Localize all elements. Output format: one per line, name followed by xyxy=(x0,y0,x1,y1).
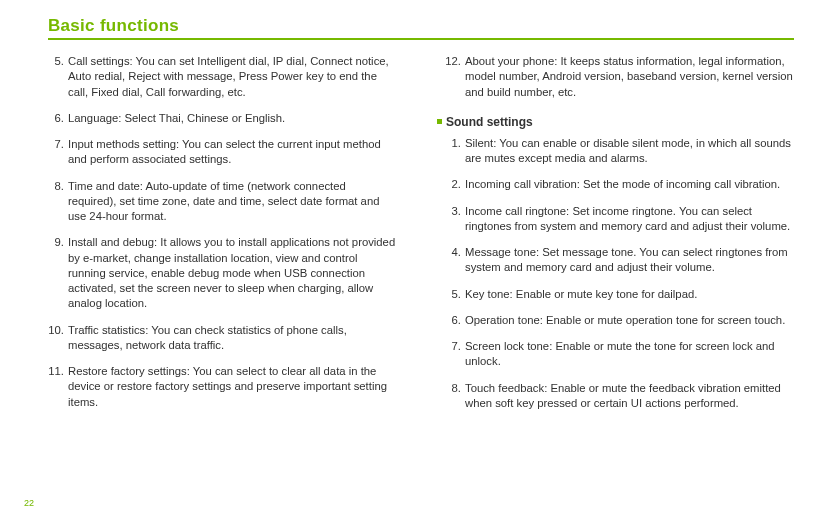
sound-settings-heading: Sound settings xyxy=(437,114,794,130)
left-item: 6.Language: Select Thai, Chinese or Engl… xyxy=(48,111,397,126)
sound-item-number: 1. xyxy=(445,136,465,167)
left-item-text: Input methods setting: You can select th… xyxy=(68,137,397,168)
sound-item: 7.Screen lock tone: Enable or mute the t… xyxy=(445,339,794,370)
sound-item: 3.Income call ringtone: Set income ringt… xyxy=(445,204,794,235)
left-item: 10.Traffic statistics: You can check sta… xyxy=(48,323,397,354)
left-item-number: 9. xyxy=(48,235,68,311)
right-item-number: 12. xyxy=(445,54,465,100)
sound-item-text: Key tone: Enable or mute key tone for da… xyxy=(465,287,697,302)
left-column: 5.Call settings: You can set Intelligent… xyxy=(48,54,397,422)
left-item: 9.Install and debug: It allows you to in… xyxy=(48,235,397,311)
left-item-number: 11. xyxy=(48,364,68,410)
sound-item-text: Message tone: Set message tone. You can … xyxy=(465,245,794,276)
left-item-text: Time and date: Auto-update of time (netw… xyxy=(68,179,397,225)
left-item-number: 10. xyxy=(48,323,68,354)
sound-item-number: 4. xyxy=(445,245,465,276)
page-title: Basic functions xyxy=(48,16,794,40)
page-number: 22 xyxy=(24,498,34,508)
left-item-number: 7. xyxy=(48,137,68,168)
left-item: 8.Time and date: Auto-update of time (ne… xyxy=(48,179,397,225)
sound-item-number: 5. xyxy=(445,287,465,302)
left-item-number: 5. xyxy=(48,54,68,100)
right-item-text: About your phone: It keeps status inform… xyxy=(465,54,794,100)
left-item-text: Restore factory settings: You can select… xyxy=(68,364,397,410)
left-item-text: Install and debug: It allows you to inst… xyxy=(68,235,397,311)
sound-item-text: Operation tone: Enable or mute operation… xyxy=(465,313,785,328)
sound-item: 5.Key tone: Enable or mute key tone for … xyxy=(445,287,794,302)
left-item: 5.Call settings: You can set Intelligent… xyxy=(48,54,397,100)
right-column: 12.About your phone: It keeps status inf… xyxy=(445,54,794,422)
left-item-text: Call settings: You can set Intelligent d… xyxy=(68,54,397,100)
left-item-text: Traffic statistics: You can check statis… xyxy=(68,323,397,354)
content-columns: 5.Call settings: You can set Intelligent… xyxy=(48,54,794,422)
left-item: 7.Input methods setting: You can select … xyxy=(48,137,397,168)
sound-item: 8.Touch feedback: Enable or mute the fee… xyxy=(445,381,794,412)
bullet-icon xyxy=(437,119,442,124)
sound-item: 1.Silent: You can enable or disable sile… xyxy=(445,136,794,167)
sound-heading-text: Sound settings xyxy=(446,114,533,130)
sound-item-text: Income call ringtone: Set income rington… xyxy=(465,204,794,235)
sound-item-number: 7. xyxy=(445,339,465,370)
sound-item-number: 3. xyxy=(445,204,465,235)
left-item-text: Language: Select Thai, Chinese or Englis… xyxy=(68,111,285,126)
sound-item: 4.Message tone: Set message tone. You ca… xyxy=(445,245,794,276)
sound-item-text: Incoming call vibration: Set the mode of… xyxy=(465,177,780,192)
sound-item: 2.Incoming call vibration: Set the mode … xyxy=(445,177,794,192)
sound-item-number: 6. xyxy=(445,313,465,328)
left-item-number: 8. xyxy=(48,179,68,225)
sound-item-number: 8. xyxy=(445,381,465,412)
sound-item: 6.Operation tone: Enable or mute operati… xyxy=(445,313,794,328)
sound-item-number: 2. xyxy=(445,177,465,192)
sound-item-text: Screen lock tone: Enable or mute the ton… xyxy=(465,339,794,370)
sound-item-text: Touch feedback: Enable or mute the feedb… xyxy=(465,381,794,412)
right-item: 12.About your phone: It keeps status inf… xyxy=(445,54,794,100)
left-item-number: 6. xyxy=(48,111,68,126)
left-item: 11.Restore factory settings: You can sel… xyxy=(48,364,397,410)
sound-item-text: Silent: You can enable or disable silent… xyxy=(465,136,794,167)
